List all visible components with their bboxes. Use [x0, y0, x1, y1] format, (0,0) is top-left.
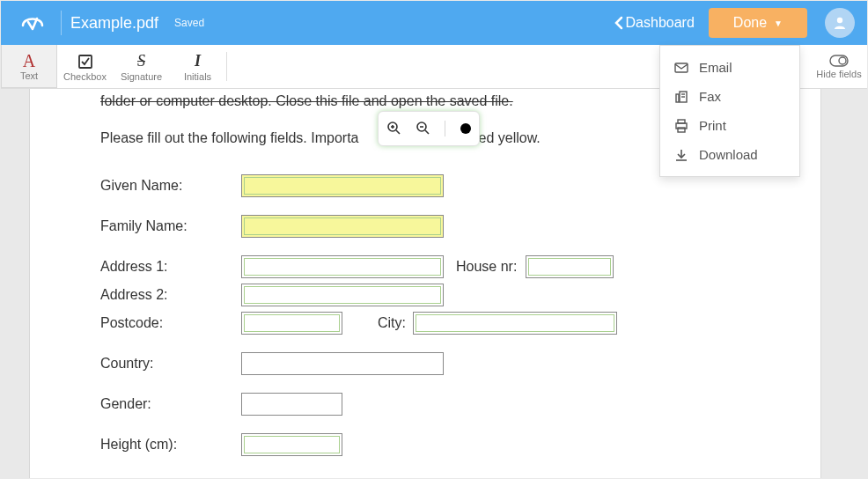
initials-icon: I — [195, 52, 201, 71]
signature-icon: S — [137, 52, 145, 71]
dropdown-fax-label: Fax — [699, 89, 721, 104]
header-separator — [61, 11, 62, 35]
app-logo[interactable] — [13, 4, 52, 42]
zoom-out-button[interactable] — [416, 121, 430, 137]
dropdown-download[interactable]: Download — [660, 140, 799, 169]
tool-checkbox[interactable]: Checkbox — [57, 45, 114, 88]
instruction-pre: Please fill out the following fields. Im… — [100, 130, 358, 145]
dashboard-link[interactable]: Dashboard — [614, 15, 695, 31]
done-dropdown: Email Fax Print Download — [659, 45, 800, 177]
tool-text[interactable]: A Text — [1, 45, 57, 88]
tool-initials-label: Initials — [184, 71, 211, 82]
svg-rect-4 — [675, 63, 688, 72]
label-city: City: — [378, 315, 406, 331]
dropdown-email-label: Email — [699, 60, 732, 75]
dropdown-fax[interactable]: Fax — [660, 82, 799, 111]
label-given-name: Given Name: — [100, 178, 241, 194]
cutoff-text: folder or computer desktop. Close this f… — [100, 93, 750, 109]
tool-text-label: Text — [20, 70, 38, 81]
field-family-name[interactable] — [241, 215, 444, 238]
svg-point-3 — [839, 57, 846, 64]
svg-point-0 — [837, 18, 842, 23]
checkbox-icon — [77, 52, 93, 71]
label-address1: Address 1: — [100, 259, 241, 275]
dashboard-label: Dashboard — [626, 15, 695, 31]
text-icon: A — [23, 51, 35, 70]
tool-signature[interactable]: S Signature — [114, 45, 170, 88]
svg-rect-1 — [79, 55, 92, 68]
instruction-post: ked yellow. — [472, 130, 541, 145]
field-address2[interactable] — [241, 284, 444, 306]
dropdown-print[interactable]: Print — [660, 111, 799, 140]
svg-line-13 — [396, 130, 400, 134]
label-postcode: Postcode: — [100, 315, 241, 331]
hide-fields-label: Hide fields — [816, 69, 861, 79]
saved-status: Saved — [174, 17, 204, 29]
svg-rect-5 — [676, 94, 679, 102]
zoom-control — [378, 111, 480, 146]
tool-initials[interactable]: I Initials — [170, 45, 226, 88]
field-country[interactable] — [241, 352, 444, 375]
dropdown-email[interactable]: Email — [660, 53, 799, 82]
label-height: Height (cm): — [100, 437, 241, 453]
field-given-name[interactable] — [241, 174, 444, 197]
field-address1[interactable] — [241, 255, 444, 278]
zoom-separator — [445, 121, 445, 136]
done-label: Done — [733, 15, 767, 31]
label-family-name: Family Name: — [100, 218, 241, 234]
dropdown-print-label: Print — [699, 118, 726, 133]
field-postcode[interactable] — [241, 312, 342, 335]
hide-fields-button[interactable]: Hide fields — [811, 45, 867, 88]
field-height[interactable] — [241, 433, 342, 456]
tool-signature-label: Signature — [121, 71, 162, 82]
svg-line-17 — [425, 130, 429, 134]
hide-fields-icon — [829, 55, 849, 69]
label-house-nr: House nr: — [456, 259, 517, 275]
toolbar-separator — [226, 52, 227, 81]
label-address2: Address 2: — [100, 287, 241, 303]
label-country: Country: — [100, 356, 241, 372]
document-title: Example.pdf — [70, 14, 158, 33]
record-indicator-icon[interactable] — [460, 123, 471, 134]
dropdown-download-label: Download — [699, 147, 758, 162]
user-avatar[interactable] — [825, 8, 855, 38]
label-gender: Gender: — [100, 396, 241, 412]
caret-down-icon: ▼ — [774, 18, 783, 28]
done-button[interactable]: Done ▼ — [709, 8, 807, 38]
zoom-in-button[interactable] — [386, 121, 401, 137]
field-house-nr[interactable] — [526, 255, 614, 278]
tool-checkbox-label: Checkbox — [63, 71, 107, 82]
field-city[interactable] — [413, 312, 617, 335]
field-gender[interactable] — [241, 393, 342, 416]
